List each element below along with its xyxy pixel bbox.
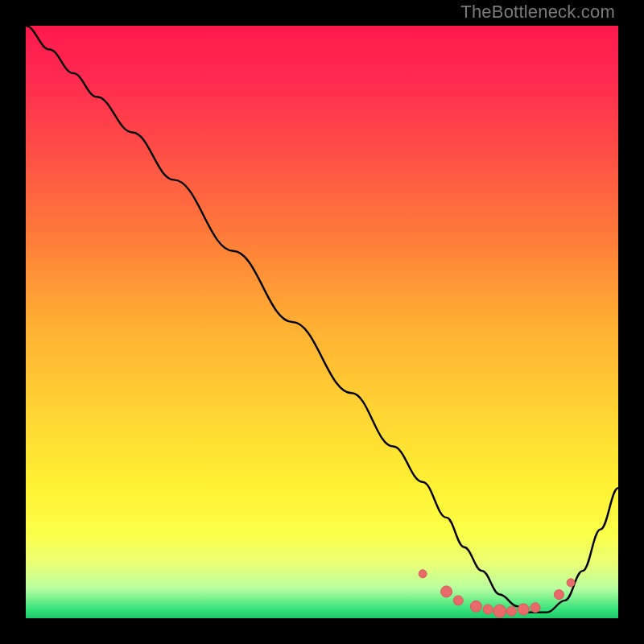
highlight-dot xyxy=(530,603,540,613)
highlight-dot xyxy=(507,606,517,616)
highlight-dot xyxy=(554,590,564,600)
highlight-dot xyxy=(419,570,427,578)
bottleneck-chart xyxy=(26,26,618,618)
highlight-dot xyxy=(567,579,575,587)
highlight-dot xyxy=(453,596,463,605)
highlight-dot xyxy=(470,601,481,612)
highlight-dot xyxy=(518,604,529,615)
highlight-dot xyxy=(493,605,506,617)
highlight-dot xyxy=(483,605,493,614)
chart-frame xyxy=(26,26,618,618)
highlight-dot xyxy=(441,586,452,597)
watermark-text: TheBottleneck.com xyxy=(460,2,615,23)
